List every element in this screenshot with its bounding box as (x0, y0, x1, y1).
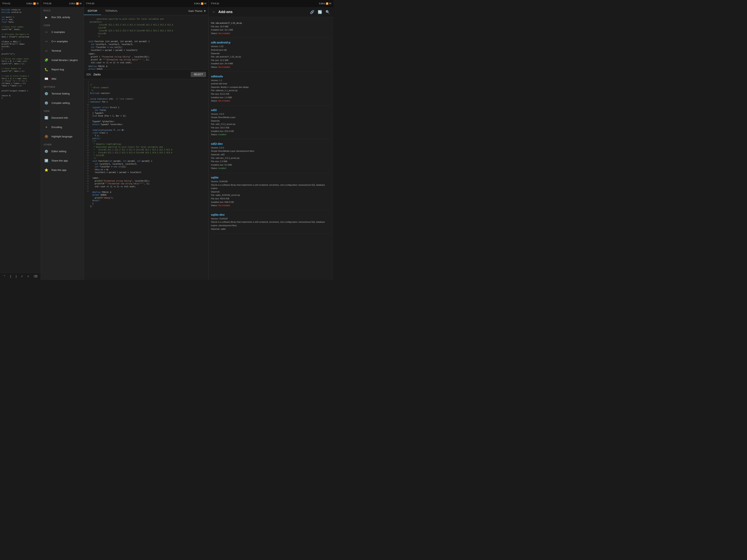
terminal-setting-label: Terminal Setting (51, 92, 70, 95)
wiki-item[interactable]: 📖 Wiki (41, 74, 84, 83)
line-numbers: 123 456 789 101112 131415 161718 192021 … (85, 81, 90, 211)
encoding-item[interactable]: ≡ Encoding (41, 123, 84, 132)
main-editor-panel: 下午5:30 0.0K/s 📶 46 EDITOR TERMINAL Dark … (84, 0, 209, 280)
network-2: 0.0K/s 📶 46 (69, 2, 82, 5)
refresh-icon[interactable]: 🔄 (317, 9, 323, 15)
addon-desc: Simple DirectMedia Layer (development fi… (211, 150, 254, 152)
addon-version: Version: 1.1 (211, 79, 222, 81)
addons-panel: 下午5:32 0.0K/s 📶 45 ← Add-ons 🔗 🔄 🔍 File:… (209, 0, 333, 280)
share-app-label: Share this app (51, 159, 68, 162)
addon-status: Status: Installed (211, 167, 226, 169)
rate-app-item[interactable]: ⭐ Rate this app (41, 165, 84, 175)
backspace-btn[interactable]: ⌫ (32, 274, 39, 278)
addon-file-name: File: sdk-android-27_1.02_all.zip (211, 22, 242, 24)
addon-name: sdl2 (211, 108, 331, 112)
addon-depends: Depends: (211, 119, 220, 122)
addon-file-size: File size: 19.0 MiB (211, 25, 229, 28)
code-area: #include <stdio.h> #include <stdlib.h> i… (0, 7, 41, 272)
c-examples-label: C examples (51, 31, 65, 33)
run-sdl-activity-item[interactable]: ▶ Run SDL activity (41, 12, 84, 22)
addon-file-size: File size: 459.6 KiB (211, 197, 229, 200)
time-4: 下午5:32 (210, 2, 219, 5)
select-theme-button[interactable]: SELECT (191, 72, 206, 77)
theme-number: 326. (86, 73, 92, 76)
c-examples-item[interactable]: <> C examples (41, 27, 84, 37)
addon-list: File: sdk-android-27_1.02_all.zip File s… (209, 17, 333, 280)
status-bar-1: 下午4:31 0.0K/s 📶 35 (0, 0, 41, 7)
c-examples-icon: <> (44, 29, 49, 35)
back-icon[interactable]: ← (211, 9, 216, 15)
addon-version: Version: 2.0.3 (211, 113, 224, 115)
report-bug-item[interactable]: 🐛 Report bug (41, 65, 84, 74)
document-info-item[interactable]: ℹ️ Document Info (41, 113, 84, 123)
open-brace-btn[interactable]: { (8, 274, 13, 278)
addon-depends: Depends: (211, 191, 220, 193)
bug-icon: 🐛 (44, 66, 49, 72)
compiler-setting-item[interactable]: ⚙️ Compiler setting (41, 98, 84, 108)
other-section-label: Other (41, 141, 84, 146)
addon-depends: Depends: sdl2 (211, 153, 225, 156)
editor-setting-icon: ⚙️ (44, 149, 49, 154)
highlight-icon: 🔆 (44, 134, 49, 139)
addon-installed-size: Installed size: 848.8 KiB (211, 201, 234, 203)
settings-section-label: Settings (41, 83, 84, 89)
terminal-label: Terminal (51, 49, 61, 52)
encoding-label: Encoding (51, 126, 62, 129)
addon-desc: SQLite is a software library that implem… (211, 221, 325, 226)
cpp-examples-icon: <> (44, 38, 49, 44)
addon-version: Version: 1.02 (211, 45, 224, 48)
addon-file-size: File size: 2.3 MiB (211, 160, 227, 162)
addon-installed-size: Installed size: 34.4 MiB (211, 62, 233, 65)
book-icon: 📖 (44, 76, 49, 81)
highlight-language-label: Highlight language (51, 135, 73, 138)
addon-installed-size: Installed size: 32.1 MiB (211, 29, 233, 31)
chevron-down-icon: ▼ (204, 9, 206, 12)
status-bar-2: 下午5:30 0.0K/s 📶 46 (41, 0, 84, 7)
addon-file-size: File size: 319.3 KiB (211, 127, 229, 129)
addon-item: sdktools Version: 1.1 android sdk tools … (211, 72, 331, 106)
theme-toggle[interactable]: Dark Theme ▼ (186, 7, 208, 15)
network-1: 0.0K/s 📶 35 (26, 2, 39, 5)
addon-status: Status: Installed (211, 133, 226, 136)
addon-installed-size: Installed size: 8.2 MiB (211, 164, 232, 166)
link-icon[interactable]: 🔗 (309, 9, 315, 15)
report-bug-label: Report bug (51, 68, 64, 71)
right-arrow-btn[interactable]: > (26, 274, 30, 278)
compiler-setting-label: Compiler setting (51, 102, 70, 104)
addon-item: sdl2-dev Version: 2.0.3 Simple DirectMed… (211, 139, 331, 173)
main-code-area[interactable]: 123 456 789 101112 131415 161718 192021 … (84, 79, 208, 280)
tab-terminal[interactable]: TERMINAL (101, 7, 122, 15)
star-icon: ⭐ (44, 167, 49, 172)
terminal-item[interactable]: ▭ Terminal (41, 46, 84, 55)
top-code-display: generated spectrum to pick colors for lo… (84, 15, 208, 70)
tab-editor[interactable]: EDITOR (84, 7, 101, 15)
time-1: 下午4:31 (2, 2, 10, 5)
share-app-item[interactable]: ↗️ Share this app (41, 156, 84, 165)
addon-version: Version: 3140100 (211, 217, 228, 220)
install-libraries-item[interactable]: 🧩 Install libraries / plugins (41, 55, 84, 65)
addon-item: sdk-android-p Version: 1.02 Android java… (211, 38, 331, 72)
code-section-label: Code (41, 22, 84, 27)
cpp-examples-item[interactable]: <> C++ examples (41, 37, 84, 46)
compiler-setting-icon: ⚙️ (44, 100, 49, 106)
addon-depends: Depends: libstdc++-compact-dev fastjar (211, 86, 249, 88)
info-icon: ℹ️ (44, 115, 49, 121)
play-icon: ▶ (44, 15, 49, 20)
terminal-setting-item[interactable]: ⚙️ Terminal Setting (41, 89, 84, 98)
theme-selector-row: 326. Zacks SELECT (84, 70, 208, 79)
theme-name-label: Zacks (93, 73, 101, 76)
encoding-icon: ≡ (44, 124, 49, 130)
addon-file-size: File size: 19.2 MiB (211, 59, 229, 61)
search-icon[interactable]: 🔍 (325, 9, 331, 15)
terminal-icon: ▭ (44, 48, 49, 53)
close-brace-btn[interactable]: } (14, 274, 18, 278)
addon-name: sdl2-dev (211, 142, 331, 145)
ctrl-btn[interactable]: ⌃ (2, 274, 7, 278)
share-icon: ↗️ (44, 158, 49, 163)
addon-item: sdl2 Version: 2.0.3 Simple DirectMedia L… (211, 106, 331, 139)
editor-setting-item[interactable]: ⚙️ Editor setting (41, 146, 84, 156)
addon-item: sqlite Version: 3140100 SQLite is a soft… (211, 173, 331, 210)
addon-desc: SQLite is a software library that implem… (211, 184, 325, 190)
highlight-language-item[interactable]: 🔆 Highlight language (41, 132, 84, 141)
left-arrow-btn[interactable]: < (20, 274, 24, 278)
